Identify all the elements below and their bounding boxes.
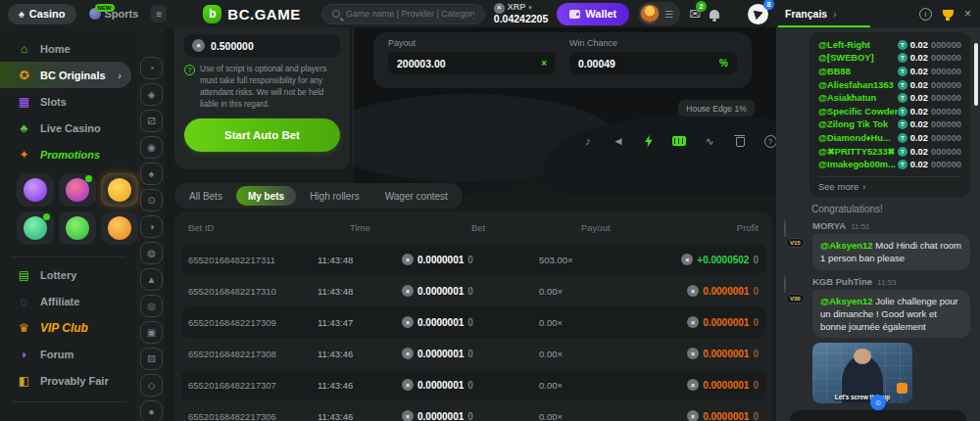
table-row[interactable]: 6552016848221730811:43:46×0.000000100.00… bbox=[181, 338, 765, 369]
promo-tile-spin-target[interactable] bbox=[17, 173, 54, 207]
table-row[interactable]: 6552016848221731011:43:48×0.000000100.00… bbox=[181, 275, 765, 306]
rain-username[interactable]: @Asiakhatun bbox=[818, 93, 876, 103]
rain-amount-value: 0.02 bbox=[910, 53, 928, 63]
search-input[interactable] bbox=[346, 9, 474, 19]
sidebar-item-vip-club[interactable]: ♛VIP Club bbox=[0, 314, 137, 341]
rain-amount-value: 0.02 bbox=[910, 160, 928, 169]
payout-cell: 503.00× bbox=[529, 255, 647, 265]
inbox-button[interactable]: ✉ 2 bbox=[689, 6, 701, 22]
game-icon-7[interactable]: ◑ bbox=[140, 215, 163, 238]
notifications-button[interactable] bbox=[710, 10, 719, 19]
rain-username[interactable]: @Imakegob00m... bbox=[818, 160, 896, 169]
rain-username[interactable]: @BB88 bbox=[818, 67, 851, 76]
time-cell: 11:43:46 bbox=[318, 411, 402, 421]
sidebar-item-live-casino[interactable]: ♣Live Casino bbox=[0, 115, 137, 141]
promo-tile-lucky-wheel[interactable] bbox=[59, 173, 96, 207]
col-time: Time bbox=[350, 222, 370, 233]
mention-link[interactable]: @Aksyen12 bbox=[820, 240, 873, 251]
trash-icon[interactable] bbox=[732, 133, 748, 149]
music-icon[interactable]: ♪ bbox=[580, 133, 596, 149]
nav-menu-button[interactable]: ≡ bbox=[151, 5, 167, 23]
table-row[interactable]: 6552016848221730711:43:46×0.000000100.00… bbox=[181, 369, 765, 400]
casino-toggle[interactable]: ♠ Casino bbox=[8, 4, 76, 24]
promo-tile-piggy-bank[interactable] bbox=[101, 173, 138, 207]
trophy-icon[interactable] bbox=[943, 10, 954, 18]
game-icon-6[interactable]: ⊙ bbox=[140, 189, 163, 211]
sidebar-item-affiliate[interactable]: ◌Affiliate bbox=[0, 288, 137, 314]
usdt-coin-icon: T bbox=[898, 80, 907, 90]
sidebar-item-lottery[interactable]: ▤Lottery bbox=[0, 261, 137, 288]
game-icon-8[interactable]: ◍ bbox=[140, 242, 163, 264]
promo-tile-coin-master[interactable] bbox=[101, 211, 138, 245]
game-icon-3[interactable]: ⚂ bbox=[140, 110, 163, 132]
balance-selector[interactable]: × XRP ▾ 0.04242205 bbox=[494, 3, 548, 25]
clear-x-icon[interactable]: × bbox=[541, 58, 547, 69]
hotkeys-icon[interactable] bbox=[671, 133, 687, 149]
chat-toggle-button[interactable]: 8 bbox=[748, 4, 768, 24]
rain-username[interactable]: @Left-Right bbox=[818, 40, 870, 50]
rain-username[interactable]: @Zilong Tik Tok bbox=[818, 119, 888, 129]
wallet-button[interactable]: Wallet bbox=[557, 3, 629, 25]
sidebar-item-home[interactable]: ⌂Home bbox=[0, 35, 137, 62]
tab-wager-contest[interactable]: Wager contest bbox=[373, 186, 460, 206]
rain-username[interactable]: @Aliesfahan1363 bbox=[818, 80, 894, 90]
payout-input[interactable]: 200003.00 × bbox=[388, 52, 556, 74]
message-username[interactable]: MORYA bbox=[812, 220, 846, 231]
game-icon-11[interactable]: ▣ bbox=[140, 321, 163, 344]
game-icon-9[interactable]: ▲ bbox=[140, 268, 163, 291]
game-icon-4[interactable]: ◉ bbox=[140, 136, 163, 159]
panel-divider bbox=[353, 27, 354, 169]
win-chance-input[interactable]: 0.00049 % bbox=[569, 52, 737, 74]
emoji-reaction-button[interactable]: ☺ bbox=[870, 395, 886, 410]
info-icon[interactable]: i bbox=[919, 8, 932, 21]
user-avatar[interactable] bbox=[784, 219, 786, 238]
promo-tile-rocket-ghost[interactable] bbox=[17, 211, 54, 245]
tab-high-rollers[interactable]: High rollers bbox=[298, 186, 371, 206]
table-row[interactable]: 6552016848221731111:43:48×0.00000010503.… bbox=[181, 244, 765, 275]
sidebar-item-promotions[interactable]: ✦Promotions bbox=[0, 141, 137, 167]
see-more-link[interactable]: See more › bbox=[818, 176, 961, 197]
house-edge-badge[interactable]: House Edge 1% bbox=[678, 100, 755, 117]
promo-tile-dollar-tag[interactable] bbox=[59, 211, 96, 245]
tab-all-bets[interactable]: All Bets bbox=[177, 186, 234, 206]
brand-logo[interactable]: b BC.GAME bbox=[203, 5, 300, 23]
chat-input[interactable] bbox=[790, 410, 966, 421]
message-username[interactable]: KGB PuhTine bbox=[812, 276, 872, 287]
table-row[interactable]: 6552016848221730611:43:46×0.000000100.00… bbox=[181, 400, 765, 421]
sidebar-item-provably-fair[interactable]: ◧Provably Fair bbox=[0, 367, 137, 394]
chat-language-tab[interactable]: Français bbox=[785, 8, 827, 20]
game-icon-1[interactable]: ◔ bbox=[140, 57, 163, 79]
chevron-right-icon[interactable]: › bbox=[833, 9, 836, 20]
trend-icon[interactable]: ∿ bbox=[702, 133, 717, 149]
game-icon-12[interactable]: ⚄ bbox=[140, 348, 163, 370]
mention-link[interactable]: @Aksyen12 bbox=[820, 296, 873, 306]
sports-toggle[interactable]: NEW Sports bbox=[85, 8, 143, 20]
rain-username[interactable]: @[SWEBOY] bbox=[818, 53, 874, 63]
rain-username[interactable]: @Diamond♦Hu... bbox=[818, 133, 891, 143]
bet-amount-input[interactable]: × 0.500000 bbox=[184, 34, 340, 57]
rain-username[interactable]: @Specific Cowden bbox=[818, 107, 898, 117]
game-icon-5[interactable]: ♠ bbox=[140, 163, 163, 185]
help-icon[interactable]: ? bbox=[762, 133, 776, 149]
profile-menu[interactable]: ☰ bbox=[638, 2, 680, 25]
game-icon-10[interactable]: ◎ bbox=[140, 295, 163, 317]
game-icon-2[interactable]: ◈ bbox=[140, 83, 163, 106]
rain-username[interactable]: @✖PRITTY5233✖ bbox=[818, 146, 895, 157]
sidebar-item-forum[interactable]: ◗Forum bbox=[0, 341, 137, 367]
sidebar-item-bc-originals[interactable]: ✪BC Originals› bbox=[0, 62, 131, 88]
game-search[interactable] bbox=[321, 4, 485, 24]
user-avatar[interactable] bbox=[784, 275, 786, 294]
win-chance-field: Win Chance 0.00049 % bbox=[569, 38, 737, 82]
game-icon-14[interactable]: ● bbox=[140, 400, 163, 421]
sound-icon[interactable]: ◀ bbox=[611, 133, 626, 149]
table-row[interactable]: 6552016848221730911:43:47×0.000000100.00… bbox=[181, 306, 765, 338]
chat-scrollbar[interactable] bbox=[974, 43, 978, 106]
sidebar-item-slots[interactable]: ▦Slots bbox=[0, 88, 137, 115]
close-icon[interactable]: × bbox=[964, 7, 971, 21]
tab-my-bets[interactable]: My bets bbox=[236, 186, 296, 206]
turbo-bolt-icon[interactable] bbox=[641, 133, 657, 149]
game-icon-13[interactable]: ◇ bbox=[140, 374, 163, 397]
start-auto-bet-button[interactable]: Start Auto Bet bbox=[184, 118, 340, 152]
gif-attachment[interactable]: Let's screw this up bbox=[812, 343, 912, 403]
rain-amount-dim: 000000 bbox=[931, 107, 961, 117]
